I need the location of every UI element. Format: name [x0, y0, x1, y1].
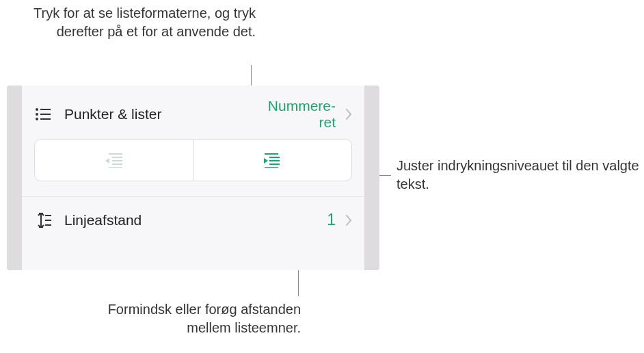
svg-rect-3 — [40, 114, 51, 115]
format-panel: Punkter & lister Nummere- ret — [22, 86, 364, 270]
svg-rect-9 — [112, 164, 122, 165]
svg-rect-5 — [40, 118, 51, 120]
svg-rect-10 — [109, 167, 122, 168]
svg-rect-7 — [112, 157, 122, 158]
linespacing-label: Linjeafstand — [64, 212, 142, 228]
chevron-right-icon — [345, 109, 352, 120]
indent-button[interactable] — [193, 140, 351, 181]
linespacing-row[interactable]: Linjeafstand 1 — [22, 196, 364, 237]
svg-point-4 — [36, 118, 38, 120]
svg-rect-15 — [265, 167, 278, 168]
svg-rect-17 — [45, 220, 51, 221]
indent-icon — [263, 153, 283, 168]
bullets-lists-row[interactable]: Punkter & lister Nummere- ret — [22, 86, 364, 135]
linespacing-icon — [34, 211, 52, 229]
chevron-right-icon — [345, 215, 352, 226]
callout-right: Juster indrykningsniveauet til den valgt… — [397, 157, 643, 194]
svg-rect-12 — [269, 157, 280, 158]
bullets-lists-value: Nummere- ret — [268, 98, 341, 131]
outdent-button[interactable] — [35, 140, 193, 181]
linespacing-value: 1 — [327, 211, 341, 228]
bullets-lists-label: Punkter & lister — [64, 106, 161, 122]
callout-line-bottom — [298, 270, 299, 296]
indent-toolbar — [34, 139, 352, 181]
svg-rect-14 — [269, 164, 280, 165]
callout-top: Tryk for at se listeformaterne, og tryk … — [16, 4, 256, 41]
svg-rect-8 — [112, 160, 122, 161]
svg-point-0 — [36, 108, 38, 111]
outdent-icon — [104, 153, 124, 168]
svg-rect-11 — [265, 153, 278, 155]
format-panel-background: Punkter & lister Nummere- ret — [7, 86, 379, 270]
svg-rect-18 — [45, 224, 51, 226]
svg-rect-1 — [40, 109, 51, 110]
svg-rect-13 — [269, 160, 280, 161]
svg-rect-16 — [45, 215, 51, 216]
svg-point-2 — [36, 113, 38, 116]
svg-rect-6 — [109, 153, 122, 155]
bullet-list-icon — [34, 105, 52, 123]
callout-bottom: Formindsk eller forøg afstanden mellem l… — [89, 300, 301, 337]
